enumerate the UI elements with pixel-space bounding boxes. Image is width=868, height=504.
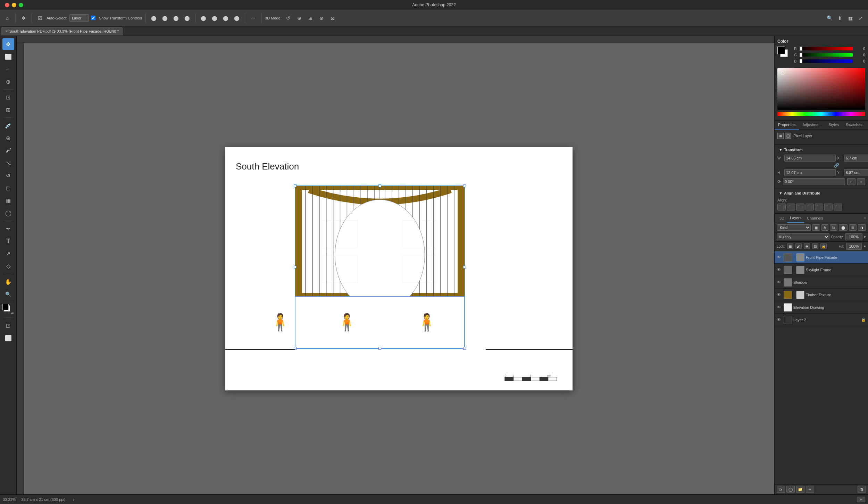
width-input[interactable] xyxy=(784,155,836,162)
eraser-tool[interactable]: ◻ xyxy=(2,182,14,194)
path-selection-tool[interactable]: ↗ xyxy=(2,248,14,259)
tab-layers[interactable]: Layers xyxy=(787,214,804,223)
selection-handle-mr[interactable] xyxy=(463,266,466,268)
quick-select-tool[interactable]: ⊕ xyxy=(2,76,14,88)
chain-link-icon[interactable]: 🔗 xyxy=(777,163,868,168)
layer-dropdown[interactable]: Layer xyxy=(69,14,89,22)
eyedropper-tool[interactable]: 💉 xyxy=(2,119,14,131)
fill-dropdown-icon[interactable]: ▾ xyxy=(864,244,866,249)
workspace-icon[interactable]: ▦ xyxy=(846,14,855,23)
frame-tool[interactable]: ⊞ xyxy=(2,104,14,116)
flip-h-button[interactable]: ↔ xyxy=(847,178,856,185)
architecture-drawing[interactable] xyxy=(295,185,465,349)
layer-type-btn[interactable]: A xyxy=(821,224,829,231)
tab-3d[interactable]: 3D xyxy=(777,214,787,222)
r-slider-track[interactable] xyxy=(801,47,853,50)
layer-item-front-pipe-facade[interactable]: 👁 Front Pipe Facade xyxy=(775,251,868,264)
layer-filter-icon-btn[interactable]: ▦ xyxy=(812,224,820,231)
quick-mask-icon[interactable]: ⊡ xyxy=(2,320,14,331)
lock-all-btn[interactable]: 🔒 xyxy=(820,243,827,249)
type-tool[interactable]: T xyxy=(2,235,14,247)
layer-item-elevation-drawing[interactable]: 👁 Elevation Drawing xyxy=(775,301,868,314)
zoom-tool[interactable]: 🔍 xyxy=(2,288,14,300)
show-transform-controls-checkbox[interactable] xyxy=(91,16,95,20)
lock-position-btn[interactable]: ✥ xyxy=(804,243,810,249)
more-options-icon[interactable]: ⋯ xyxy=(249,14,258,23)
delete-layer-btn[interactable]: 🗑 xyxy=(858,486,866,493)
selection-handle-tm[interactable] xyxy=(378,184,381,187)
tab-swatches[interactable]: Swatches xyxy=(842,121,866,130)
align-hcenter-icon[interactable]: ⬤ xyxy=(232,14,241,23)
tab-close-icon[interactable]: ✕ xyxy=(5,30,8,33)
layer-adjustment-btn[interactable]: ◑ xyxy=(858,224,866,231)
crop-tool[interactable]: ⊡ xyxy=(2,91,14,103)
layer-smart-btn[interactable]: ⊞ xyxy=(849,224,857,231)
auto-select-checkbox-icon[interactable]: ☑ xyxy=(35,14,44,23)
lock-artboards-btn[interactable]: ⊡ xyxy=(812,243,818,249)
close-button[interactable] xyxy=(5,3,9,7)
align-center-icon[interactable]: ⬤ xyxy=(160,14,169,23)
screen-mode-icon[interactable]: ⬜ xyxy=(2,332,14,344)
history-brush-tool[interactable]: ↺ xyxy=(2,170,14,181)
document-tab[interactable]: ✕ South Elevation PDF.pdf @ 33.3% (Front… xyxy=(1,27,123,35)
align-top-icon[interactable]: ⬤ xyxy=(199,14,208,23)
layer-visibility-eye-0[interactable]: 👁 xyxy=(777,255,782,260)
align-header[interactable]: ▼ Align and Distribute xyxy=(777,191,865,195)
lock-pixels-btn[interactable]: 🖌 xyxy=(795,243,802,249)
clone-stamp-tool[interactable]: ⌥ xyxy=(2,157,14,169)
foreground-color[interactable] xyxy=(777,47,785,54)
3d-pan-icon[interactable]: ⊠ xyxy=(328,14,337,23)
align-center-h-button[interactable]: ⬛ xyxy=(787,204,795,210)
g-slider-track[interactable] xyxy=(801,53,853,57)
selection-handle-tl[interactable] xyxy=(294,184,297,187)
home-icon[interactable]: ⌂ xyxy=(3,14,12,23)
layers-collapse-icon[interactable]: ≡ xyxy=(863,216,866,221)
foreground-color-swatch[interactable] xyxy=(2,304,9,310)
3d-orbit-icon[interactable]: ⊛ xyxy=(317,14,326,23)
align-right-icon[interactable]: ⬤ xyxy=(172,14,181,23)
3d-rotate-icon[interactable]: ↺ xyxy=(284,14,293,23)
move-tool[interactable]: ✥ xyxy=(2,38,14,50)
create-group-btn[interactable]: 📁 xyxy=(796,486,804,493)
search-icon[interactable]: 🔍 xyxy=(825,14,834,23)
b-slider-track[interactable] xyxy=(801,59,853,63)
opacity-input[interactable] xyxy=(845,233,862,240)
color-fg-bg-widget[interactable] xyxy=(777,47,791,60)
layer-item-skylight-frame[interactable]: 👁 Skylight Frame xyxy=(775,264,868,276)
layer-visibility-eye-2[interactable]: 👁 xyxy=(777,280,782,285)
gradient-tool[interactable]: ▦ xyxy=(2,195,14,206)
pen-tool[interactable]: ✒ xyxy=(2,223,14,234)
align-left-icon[interactable]: ⬤ xyxy=(149,14,158,23)
tab-properties[interactable]: Properties xyxy=(775,121,799,130)
status-arrow-icon[interactable]: › xyxy=(71,497,76,502)
lock-transparent-btn[interactable]: ▦ xyxy=(787,243,793,249)
selection-handle-bm[interactable] xyxy=(378,347,381,350)
show-transform-controls-label[interactable]: Show Transform Controls xyxy=(99,16,142,20)
align-left-button[interactable]: ⬛ xyxy=(777,204,786,210)
layer-visibility-eye-1[interactable]: 👁 xyxy=(777,267,782,272)
blend-mode-select[interactable]: Multiply Normal Screen Overlay xyxy=(777,233,829,240)
3d-move-icon[interactable]: ⊕ xyxy=(295,14,304,23)
maximize-button[interactable] xyxy=(19,3,23,7)
align-top-button[interactable]: ⬛ xyxy=(806,204,814,210)
swap-colors-icon[interactable]: ⇄ xyxy=(11,311,14,315)
opacity-dropdown-icon[interactable]: ▾ xyxy=(864,235,866,239)
color-picker-gradient[interactable] xyxy=(777,68,865,110)
dodge-tool[interactable]: ◯ xyxy=(2,207,14,219)
layer-visibility-eye-4[interactable]: 👁 xyxy=(777,305,782,310)
create-layer-btn[interactable]: + xyxy=(806,486,814,493)
distribute-h-button[interactable]: ⬛ xyxy=(834,204,842,210)
hue-slider[interactable] xyxy=(777,112,865,116)
color-picker-cursor[interactable] xyxy=(781,72,784,75)
height-input[interactable] xyxy=(784,169,836,176)
hand-tool[interactable]: ✋ xyxy=(2,276,14,288)
tab-adjustments[interactable]: Adjustme... xyxy=(799,121,825,130)
share-icon[interactable]: ⬆ xyxy=(835,14,844,23)
rectangle-marquee-tool[interactable]: ⬜ xyxy=(2,51,14,63)
layer-mode-btn[interactable]: ⬤ xyxy=(839,224,848,231)
spot-heal-tool[interactable]: ⊕ xyxy=(2,132,14,144)
distribute-icon[interactable]: ⬤ xyxy=(183,14,192,23)
fill-input[interactable] xyxy=(846,243,862,250)
g-slider-thumb[interactable] xyxy=(800,53,802,57)
shape-tool[interactable]: ◇ xyxy=(2,260,14,272)
